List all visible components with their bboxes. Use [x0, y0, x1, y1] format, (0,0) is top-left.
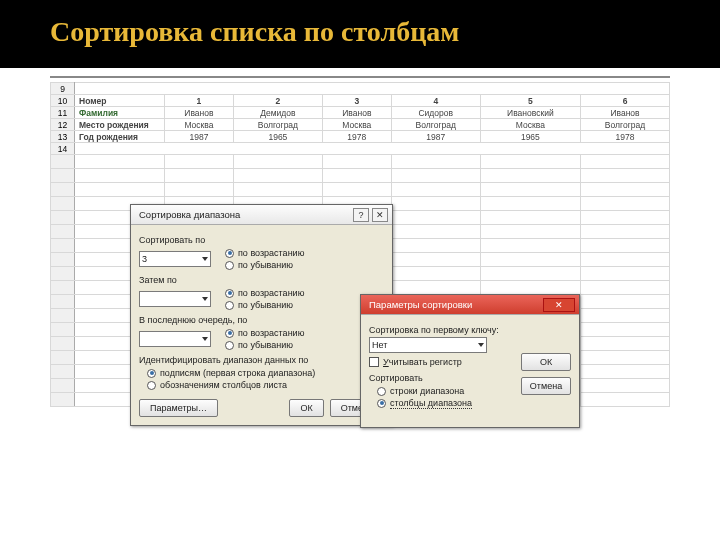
cell[interactable]: 3 [322, 95, 391, 107]
cell[interactable]: Иванов [581, 107, 670, 119]
radio-sort-cols[interactable]: столбцы диапазона [377, 397, 571, 409]
chevron-down-icon [202, 337, 208, 341]
chevron-down-icon [202, 257, 208, 261]
slide-title: Сортировка списка по столбцам [0, 0, 720, 68]
last-by-label: В последнюю очередь, по [139, 315, 384, 325]
close-icon[interactable]: ✕ [543, 298, 575, 312]
cell[interactable]: 6 [581, 95, 670, 107]
sort-by-label: Сортировать по [139, 235, 384, 245]
row-num: 9 [51, 83, 75, 95]
sort-options-dialog: Параметры сортировки ✕ Сортировка по пер… [360, 294, 580, 428]
identify-label: Идентифицировать диапазон данных по [139, 355, 384, 365]
cell[interactable]: Иванов [165, 107, 234, 119]
chevron-down-icon [202, 297, 208, 301]
cell[interactable]: Волгоград [581, 119, 670, 131]
dialog-title-text: Параметры сортировки [369, 299, 472, 310]
cell-label[interactable]: Фамилия [75, 107, 165, 119]
help-icon[interactable]: ? [353, 208, 369, 222]
cell[interactable]: 1978 [581, 131, 670, 143]
then-by-select[interactable] [139, 291, 211, 307]
cell[interactable]: Волгоград [233, 119, 322, 131]
first-key-label: Сортировка по первому ключу: [369, 325, 571, 335]
cell[interactable]: Иванов [322, 107, 391, 119]
cell[interactable]: 1978 [322, 131, 391, 143]
cell[interactable]: 5 [480, 95, 580, 107]
cell[interactable]: Демидов [233, 107, 322, 119]
cell[interactable]: 1987 [391, 131, 480, 143]
row-num: 11 [51, 107, 75, 119]
cell[interactable]: 1965 [233, 131, 322, 143]
cell[interactable]: Москва [322, 119, 391, 131]
last-by-select[interactable] [139, 331, 211, 347]
then-by-label: Затем по [139, 275, 384, 285]
cell[interactable]: Москва [165, 119, 234, 131]
cell[interactable]: 2 [233, 95, 322, 107]
params-button[interactable]: Параметры… [139, 399, 218, 417]
cell[interactable]: 1965 [480, 131, 580, 143]
row-num: 10 [51, 95, 75, 107]
row-num: 14 [51, 143, 75, 155]
cell[interactable]: Волгоград [391, 119, 480, 131]
radio-asc-2[interactable]: по возрастанию [225, 287, 304, 299]
close-icon[interactable]: ✕ [372, 208, 388, 222]
cell[interactable]: 1987 [165, 131, 234, 143]
divider [50, 76, 670, 78]
radio-desc-2[interactable]: по убыванию [225, 299, 304, 311]
radio-id-labels[interactable]: подписям (первая строка диапазона) [147, 367, 384, 379]
cell-label[interactable]: Номер [75, 95, 165, 107]
radio-desc-1[interactable]: по убыванию [225, 259, 304, 271]
cell[interactable]: 4 [391, 95, 480, 107]
sort-range-dialog: Сортировка диапазона ? ✕ Сортировать по … [130, 204, 393, 426]
sort-by-select[interactable]: 3 [139, 251, 211, 267]
cell[interactable]: Москва [480, 119, 580, 131]
dialog-titlebar[interactable]: Сортировка диапазона ? ✕ [131, 205, 392, 225]
radio-asc-1[interactable]: по возрастанию [225, 247, 304, 259]
cell-label[interactable]: Год рождения [75, 131, 165, 143]
row-num: 12 [51, 119, 75, 131]
cell[interactable]: Ивановский [480, 107, 580, 119]
radio-id-cols[interactable]: обозначениям столбцов листа [147, 379, 384, 391]
cell[interactable]: Сидоров [391, 107, 480, 119]
cell[interactable]: 1 [165, 95, 234, 107]
radio-asc-3[interactable]: по возрастанию [225, 327, 304, 339]
first-key-select[interactable]: Нет [369, 337, 487, 353]
radio-desc-3[interactable]: по убыванию [225, 339, 304, 351]
dialog-title-text: Сортировка диапазона [139, 209, 240, 220]
ok-button[interactable]: ОК [521, 353, 571, 371]
cancel-button[interactable]: Отмена [521, 377, 571, 395]
chevron-down-icon [478, 343, 484, 347]
dialog-titlebar[interactable]: Параметры сортировки ✕ [361, 295, 579, 315]
ok-button[interactable]: ОК [289, 399, 323, 417]
row-num: 13 [51, 131, 75, 143]
cell-label[interactable]: Место рождения [75, 119, 165, 131]
